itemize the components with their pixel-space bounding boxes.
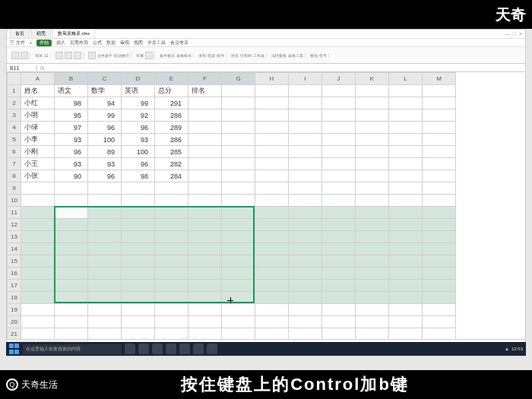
col-header-G[interactable]: G (222, 73, 255, 85)
cell-H11[interactable] (255, 207, 289, 219)
cell-D15[interactable] (122, 255, 155, 268)
fill-button[interactable]: 填充 (231, 53, 239, 58)
tray-icon[interactable]: ▲ (505, 347, 509, 351)
cell-L6[interactable] (389, 146, 423, 158)
cell-C10[interactable] (88, 195, 122, 207)
cell-C20[interactable] (88, 316, 122, 328)
freeze-button[interactable]: 冻结窗格 (271, 53, 287, 58)
menu-review[interactable]: 审阅 (120, 40, 129, 46)
col-header-B[interactable]: B (55, 73, 88, 85)
cell-K13[interactable] (356, 231, 389, 243)
cell-C5[interactable]: 100 (88, 134, 122, 146)
cell-I1[interactable] (289, 85, 322, 97)
cond-format[interactable]: 条件格式 (160, 53, 175, 58)
underline-icon[interactable] (74, 52, 81, 59)
cell-M4[interactable] (423, 122, 456, 134)
cell-E20[interactable] (155, 316, 188, 328)
cell-C14[interactable] (88, 243, 122, 255)
cell-L3[interactable] (389, 109, 423, 122)
cell-H19[interactable] (255, 304, 289, 316)
cell-H12[interactable] (255, 219, 289, 231)
cell-D21[interactable] (122, 328, 155, 340)
cell-K19[interactable] (356, 304, 389, 316)
tools-button[interactable]: 表格工具 (288, 53, 303, 58)
taskbar-app-7[interactable] (207, 344, 217, 354)
cell-F5[interactable] (188, 134, 222, 146)
cell-K7[interactable] (356, 158, 389, 170)
font-name[interactable]: 宋体 (35, 53, 43, 58)
cell-C6[interactable]: 89 (88, 146, 122, 158)
cell-G3[interactable] (222, 109, 255, 122)
cell-J20[interactable] (322, 316, 356, 328)
cell-F1[interactable]: 排名 (188, 85, 222, 97)
cell-D16[interactable] (122, 268, 155, 280)
cell-M15[interactable] (423, 255, 456, 268)
row-header-6[interactable]: 6 (8, 146, 21, 158)
cell-B7[interactable]: 93 (55, 158, 88, 170)
cell-D7[interactable]: 96 (122, 158, 155, 170)
cell-G18[interactable] (222, 292, 255, 304)
cell-J10[interactable] (322, 195, 356, 207)
row-header-7[interactable]: 7 (8, 158, 21, 170)
row-header-14[interactable]: 14 (8, 243, 21, 255)
cell-F17[interactable] (188, 280, 222, 292)
cell-F3[interactable] (188, 109, 222, 122)
cell-C4[interactable]: 96 (88, 122, 122, 134)
cell-D2[interactable]: 99 (122, 97, 155, 109)
cell-J13[interactable] (322, 231, 356, 243)
cell-A1[interactable]: 姓名 (21, 85, 55, 97)
cell-B14[interactable] (55, 243, 88, 255)
cell-A3[interactable]: 小明 (21, 109, 55, 122)
cell-E9[interactable] (155, 182, 188, 195)
cell-I11[interactable] (289, 207, 322, 219)
cell-B2[interactable]: 98 (55, 97, 88, 109)
minimize-button[interactable]: — (505, 31, 510, 36)
cell-B4[interactable]: 97 (55, 122, 88, 134)
cell-M11[interactable] (423, 207, 456, 219)
currency-icon[interactable] (145, 52, 153, 59)
cell-D1[interactable]: 英语 (122, 85, 155, 97)
cell-I10[interactable] (289, 195, 322, 207)
cell-M19[interactable] (423, 304, 456, 316)
cell-H7[interactable] (255, 158, 289, 170)
cell-H8[interactable] (255, 170, 289, 182)
cell-G7[interactable] (222, 158, 255, 170)
cell-D14[interactable] (122, 243, 155, 255)
cell-C19[interactable] (88, 304, 122, 316)
name-box[interactable]: B11 (7, 65, 37, 71)
cell-M18[interactable] (423, 292, 456, 304)
cell-J6[interactable] (322, 146, 356, 158)
cell-G6[interactable] (222, 146, 255, 158)
cell-F9[interactable] (188, 182, 222, 195)
cell-B8[interactable]: 90 (55, 170, 88, 182)
cut-icon[interactable] (11, 52, 19, 59)
symbol-button[interactable]: 符号 (319, 53, 327, 58)
cell-L10[interactable] (389, 195, 423, 207)
cell-L2[interactable] (389, 97, 423, 109)
cell-D3[interactable]: 92 (122, 109, 155, 122)
cell-D12[interactable] (122, 219, 155, 231)
cell-B13[interactable] (55, 231, 88, 243)
cell-I2[interactable] (289, 97, 322, 109)
cell-B21[interactable] (55, 328, 88, 340)
cell-J4[interactable] (322, 122, 356, 134)
rowcol-button[interactable]: 行和列 (240, 53, 252, 58)
taskbar-app-2[interactable] (138, 344, 149, 354)
cell-M16[interactable] (423, 268, 456, 280)
merge-button[interactable]: 合并居中 (97, 53, 112, 58)
cell-D11[interactable] (122, 207, 155, 219)
cell-J7[interactable] (322, 158, 356, 170)
taskbar-app-6[interactable] (193, 344, 204, 354)
font-size[interactable]: 11 (44, 53, 49, 58)
taskbar-app-1[interactable] (125, 344, 135, 354)
cell-L16[interactable] (389, 268, 423, 280)
cell-K11[interactable] (356, 207, 389, 219)
cell-J11[interactable] (322, 207, 356, 219)
cell-D19[interactable] (122, 304, 155, 316)
cell-D4[interactable]: 96 (122, 122, 155, 134)
cell-I5[interactable] (289, 134, 322, 146)
cell-G11[interactable] (222, 207, 255, 219)
cell-H16[interactable] (255, 268, 289, 280)
cell-E18[interactable] (155, 292, 188, 304)
cell-H10[interactable] (255, 195, 289, 207)
